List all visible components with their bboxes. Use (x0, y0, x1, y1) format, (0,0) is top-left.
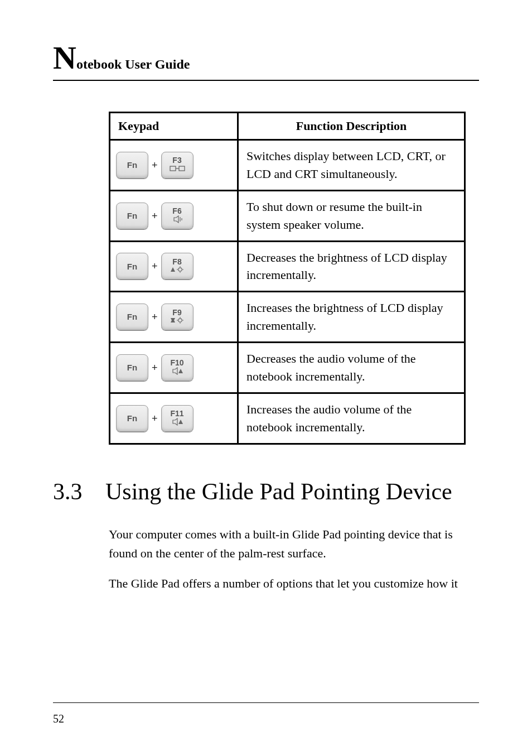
body-paragraph: Your computer comes with a built-in Glid… (109, 525, 477, 563)
table-row: Fn + F8 Decreases the brightness of LCD … (110, 241, 465, 292)
page-number: 52 (53, 712, 64, 725)
fn-key: Fn (116, 354, 148, 381)
svg-marker-4 (171, 267, 175, 272)
svg-marker-18 (178, 369, 183, 373)
section-number: 3.3 (53, 478, 103, 505)
header-rest: otebook User Guide (76, 57, 190, 71)
volume-down-icon (170, 367, 185, 377)
plus-icon: + (152, 158, 158, 172)
table-row: Fn + F9 Increases the brightness of LCD … (110, 292, 465, 343)
svg-rect-1 (179, 166, 185, 171)
footer-divider (53, 702, 479, 703)
table-row: Fn + F10 Decreases the audio volume of t… (110, 343, 465, 393)
section-heading: 3.3 Using the Glide Pad Pointing Device (53, 478, 479, 505)
description-cell: Decreases the audio volume of the notebo… (238, 343, 465, 393)
f3-key: F3 (161, 152, 194, 179)
fn-key: Fn (116, 405, 148, 432)
fn-key: Fn (116, 152, 148, 179)
description-cell: Increases the audio volume of the notebo… (238, 393, 465, 444)
page-header: Notebook User Guide (53, 39, 479, 81)
table-header-keypad: Keypad (110, 113, 238, 140)
volume-up-icon (170, 418, 185, 427)
svg-marker-3 (174, 216, 178, 223)
table-row: Fn + F11 Increases the audio volume of t… (110, 393, 465, 444)
table-header-description: Function Description (238, 113, 465, 140)
section-title: Using the Glide Pad Pointing Device (105, 478, 452, 505)
header-big-letter: N (53, 40, 76, 76)
brightness-up-icon (170, 316, 185, 326)
plus-icon: + (152, 259, 158, 273)
body-paragraph: The Glide Pad offers a number of options… (109, 574, 477, 593)
display-switch-icon (170, 165, 185, 174)
f10-key: F10 (161, 354, 194, 381)
f8-key: F8 (161, 253, 194, 280)
svg-point-12 (178, 319, 181, 322)
f9-key: F9 (161, 304, 194, 330)
function-key-table: Keypad Function Description Fn + F3 Swit (109, 112, 466, 445)
svg-marker-17 (173, 368, 177, 374)
description-cell: Increases the brightness of LCD display … (238, 292, 465, 343)
brightness-down-icon (170, 266, 185, 275)
svg-marker-20 (178, 420, 183, 424)
description-cell: Switches display between LCD, CRT, or LC… (238, 140, 465, 191)
table-row: Fn + F6 To shut down or resume the built… (110, 190, 465, 241)
description-cell: Decreases the brightness of LCD display … (238, 241, 465, 292)
keypad-combo: Fn + F10 (116, 354, 231, 381)
fn-key: Fn (116, 304, 148, 330)
keypad-combo: Fn + F9 (116, 304, 231, 330)
fn-key: Fn (116, 203, 148, 229)
description-cell: To shut down or resume the built-in syst… (238, 190, 465, 241)
keypad-combo: Fn + F8 (116, 253, 231, 280)
plus-icon: + (152, 310, 158, 324)
svg-rect-0 (170, 166, 176, 171)
keypad-combo: Fn + F11 (116, 405, 231, 432)
f6-key: F6 (161, 203, 194, 229)
fn-key: Fn (116, 253, 148, 280)
f11-key: F11 (161, 405, 194, 432)
svg-marker-19 (173, 418, 177, 425)
plus-icon: + (152, 360, 158, 375)
speaker-toggle-icon (170, 215, 185, 225)
table-row: Fn + F3 Switches display between LCD, CR… (110, 140, 465, 191)
keypad-combo: Fn + F6 (116, 203, 231, 229)
plus-icon: + (152, 411, 158, 426)
svg-point-5 (178, 268, 181, 271)
plus-icon: + (152, 209, 158, 223)
keypad-combo: Fn + F3 (116, 152, 231, 179)
